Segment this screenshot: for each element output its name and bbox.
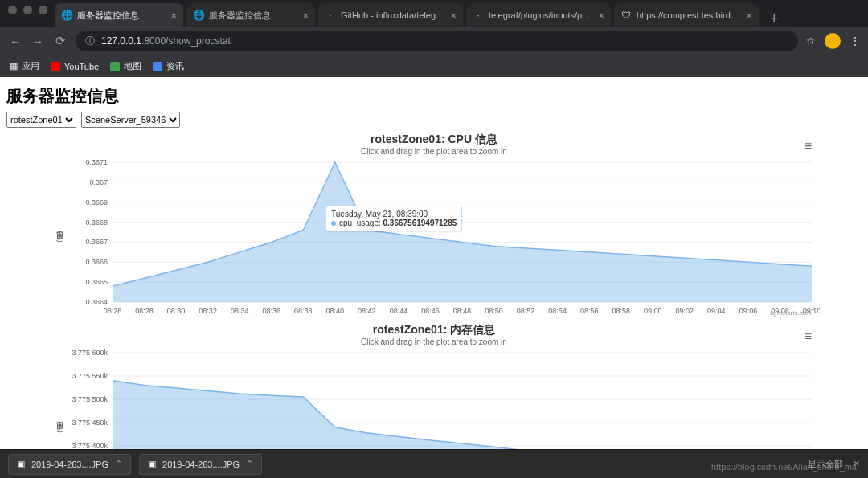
svg-text:0.3667: 0.3667 [85, 238, 108, 246]
download-filename: 2019-04-263....JPG [162, 460, 240, 469]
download-item[interactable]: ▣ 2019-04-263....JPG ⌃ [139, 454, 262, 475]
apps-grid-icon: ▦ [10, 61, 18, 71]
cpu-chart-svg: 0.36640.36650.36660.36670.36680.36690.36… [48, 157, 820, 318]
browser-tab[interactable]: 🛡https://comptest.testbird.com…× [614, 3, 759, 27]
svg-text:08:38: 08:38 [294, 307, 313, 315]
new-tab-button[interactable]: + [762, 10, 787, 27]
url-host: 127.0.0.1 [101, 35, 141, 47]
svg-text:09:04: 09:04 [707, 307, 726, 315]
svg-text:08:42: 08:42 [358, 307, 376, 315]
server-select[interactable]: SceneServer_59346 [81, 112, 180, 128]
svg-text:0.367: 0.367 [89, 178, 108, 186]
browser-tab[interactable]: 🌐服务器监控信息× [55, 3, 183, 27]
mem-chart-subtitle: Click and drag in the plot area to zoom … [48, 337, 820, 346]
apps-shortcut[interactable]: ▦应用 [10, 60, 39, 72]
svg-text:08:44: 08:44 [390, 307, 408, 315]
browser-tab[interactable]: 🌐服务器监控信息× [186, 3, 315, 27]
macos-traffic-lights [8, 6, 47, 14]
svg-text:08:30: 08:30 [167, 307, 186, 315]
tab-favicon-icon: 🌐 [61, 10, 72, 21]
bookmark-youtube[interactable]: YouTube [51, 62, 99, 71]
close-downloads-bar-icon[interactable]: ✕ [853, 459, 860, 469]
tab-close-icon[interactable]: × [746, 10, 752, 22]
browser-tab[interactable]: ·GitHub - influxdata/telegraf: Th…× [318, 3, 463, 27]
bookmarks-bar: ▦应用 YouTube 地图 资讯 [0, 55, 868, 77]
svg-text:08:56: 08:56 [580, 307, 599, 315]
tab-close-icon[interactable]: × [170, 10, 177, 22]
profile-avatar-icon[interactable] [825, 33, 841, 49]
tab-favicon-icon: 🌐 [193, 10, 204, 21]
download-item[interactable]: ▣ 2019-04-263....JPG ⌃ [8, 454, 131, 475]
tab-favicon-icon: 🛡 [620, 10, 632, 21]
browser-tabstrip: 🌐服务器监控信息×🌐服务器监控信息×·GitHub - influxdata/t… [0, 0, 868, 27]
svg-text:09:06: 09:06 [739, 307, 758, 315]
cpu-chart-title: rotestZone01: CPU 信息 [48, 133, 820, 147]
browser-address-bar: ← → ⟳ ⓘ 127.0.0.1:8000/show_procstat ☆ ⋮ [0, 27, 868, 55]
url-field[interactable]: ⓘ 127.0.0.1:8000/show_procstat [76, 31, 798, 51]
svg-text:09:02: 09:02 [676, 307, 694, 315]
cpu-chart-card: rotestZone01: CPU 信息 Click and drag in t… [48, 133, 820, 318]
download-filename: 2019-04-263....JPG [31, 460, 108, 469]
svg-text:3 775 450k: 3 775 450k [72, 419, 108, 427]
file-icon: ▣ [148, 459, 156, 469]
show-all-downloads-link[interactable]: 显示全部 [808, 458, 843, 470]
browser-tab[interactable]: ·telegraf/plugins/inputs/procst…× [466, 3, 611, 27]
cpu-tooltip: Tuesday, May 21, 08:39:00 cpu_usage: 0.3… [326, 206, 462, 231]
chevron-up-icon[interactable]: ⌃ [115, 459, 122, 469]
svg-text:08:34: 08:34 [231, 307, 249, 315]
file-icon: ▣ [17, 459, 25, 469]
svg-text:08:58: 08:58 [612, 307, 630, 315]
tab-close-icon[interactable]: × [302, 10, 309, 22]
tooltip-value: 0.366756194971285 [383, 219, 457, 227]
cpu-plot-area[interactable]: 使用 (%) 0.36640.36650.36660.36670.36680.3… [48, 157, 820, 318]
minimize-window-icon[interactable] [23, 6, 32, 14]
close-window-icon[interactable] [8, 6, 17, 14]
tooltip-series-label: cpu_usage: [339, 219, 381, 227]
svg-text:3 775 600k: 3 775 600k [72, 349, 108, 357]
tab-favicon-icon: · [325, 10, 336, 21]
svg-text:08:32: 08:32 [199, 307, 217, 315]
chart-menu-icon[interactable]: ≡ [805, 329, 812, 344]
bookmark-maps[interactable]: 地图 [110, 60, 141, 72]
svg-text:0.3671: 0.3671 [85, 158, 108, 166]
page-content: 服务器监控信息 rotestZone01 SceneServer_59346 r… [0, 77, 868, 478]
svg-text:3 775 550k: 3 775 550k [72, 372, 108, 380]
tab-title: https://comptest.testbird.com… [637, 10, 741, 20]
mem-y-axis-title: 使用 (%) [55, 422, 65, 435]
svg-text:08:46: 08:46 [421, 307, 440, 315]
svg-text:0.3665: 0.3665 [85, 278, 108, 286]
tab-favicon-icon: · [473, 10, 484, 21]
site-info-icon[interactable]: ⓘ [85, 35, 95, 48]
tab-title: GitHub - influxdata/telegraf: Th… [341, 10, 445, 20]
zone-select[interactable]: rotestZone01 [6, 112, 76, 128]
svg-text:08:40: 08:40 [326, 307, 345, 315]
url-path: :8000/show_procstat [141, 35, 231, 47]
svg-text:3 775 500k: 3 775 500k [72, 395, 108, 403]
tab-title: 服务器监控信息 [209, 10, 297, 22]
bookmark-news[interactable]: 资讯 [153, 60, 184, 72]
bookmark-star-icon[interactable]: ☆ [806, 35, 815, 47]
nav-back-icon[interactable]: ← [8, 35, 23, 48]
page-title: 服务器监控信息 [6, 85, 862, 107]
svg-text:08:28: 08:28 [135, 307, 154, 315]
svg-text:0.3664: 0.3664 [85, 298, 108, 306]
browser-menu-icon[interactable]: ⋮ [850, 35, 860, 47]
mem-chart-title: rotestZone01: 内存信息 [48, 323, 820, 337]
tooltip-time: Tuesday, May 21, 08:39:00 [331, 210, 457, 219]
tab-close-icon[interactable]: × [598, 10, 604, 22]
svg-text:09:00: 09:00 [644, 307, 662, 315]
svg-text:0.3669: 0.3669 [85, 198, 108, 206]
tab-close-icon[interactable]: × [450, 10, 457, 22]
tab-title: 服务器监控信息 [77, 10, 166, 22]
fullscreen-window-icon[interactable] [39, 6, 47, 14]
nav-reload-icon[interactable]: ⟳ [53, 34, 68, 48]
svg-text:08:54: 08:54 [548, 307, 567, 315]
chevron-up-icon[interactable]: ⌃ [246, 459, 253, 469]
svg-text:08:50: 08:50 [485, 307, 503, 315]
highcharts-credit[interactable]: Highcharts.com [767, 309, 812, 317]
nav-forward-icon[interactable]: → [31, 35, 45, 48]
tooltip-series-dot-icon [331, 221, 336, 226]
chart-menu-icon[interactable]: ≡ [805, 139, 812, 153]
news-icon [153, 62, 162, 71]
svg-text:08:52: 08:52 [517, 307, 535, 315]
